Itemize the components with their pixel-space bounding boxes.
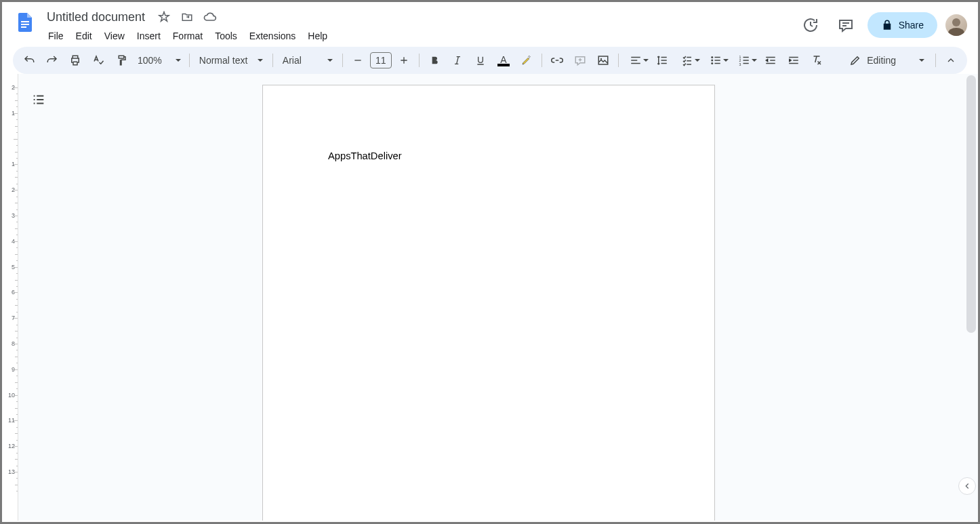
chevron-down-icon [723,59,729,62]
menu-help[interactable]: Help [302,28,333,44]
svg-rect-0 [21,21,29,22]
zoom-value: 100% [138,55,162,66]
lock-icon [881,19,893,31]
text-color-button[interactable]: A [493,49,514,71]
bold-button[interactable] [424,49,445,71]
style-value: Normal text [199,55,248,66]
menu-extensions[interactable]: Extensions [244,28,301,44]
checklist-button[interactable] [674,49,701,71]
svg-point-4 [711,56,713,58]
bulleted-list-button[interactable] [703,49,730,71]
increase-indent-button[interactable] [783,49,804,71]
redo-button[interactable] [41,49,63,71]
line-spacing-button[interactable] [651,49,673,71]
vertical-ruler[interactable]: 2112345678910111213 [2,74,18,521]
document-outline-button[interactable] [26,87,51,112]
font-size-input[interactable] [370,52,392,68]
document-page[interactable]: AppsThatDeliver [262,85,715,521]
collapse-toolbar-button[interactable] [940,49,962,71]
svg-point-5 [711,60,713,62]
paragraph-style-select[interactable]: Normal text [194,49,268,71]
mode-label: Editing [867,55,896,66]
insert-image-button[interactable] [592,49,614,71]
chevron-down-icon [258,59,263,62]
clear-formatting-button[interactable] [806,49,828,71]
align-button[interactable] [623,49,650,71]
svg-text:3: 3 [739,62,741,66]
menu-insert[interactable]: Insert [131,28,166,44]
insert-link-button[interactable] [546,49,568,71]
menubar: File Edit View Insert Format Tools Exten… [43,26,792,47]
chevron-down-icon [643,59,649,62]
paint-format-button[interactable] [110,49,132,71]
font-value: Arial [283,55,302,66]
menu-view[interactable]: View [99,28,130,44]
chevron-down-icon [919,59,924,62]
add-comment-button[interactable] [569,49,591,71]
move-folder-icon[interactable] [179,9,195,25]
numbered-list-button[interactable]: 123 [731,49,758,71]
font-family-select[interactable]: Arial [277,49,338,71]
pencil-icon [849,54,861,66]
side-panel-toggle[interactable] [958,477,976,495]
highlight-color-button[interactable] [516,49,537,71]
docs-logo[interactable] [13,10,37,35]
svg-point-6 [711,62,713,64]
menu-file[interactable]: File [43,28,69,44]
svg-point-3 [600,58,602,60]
editing-mode-select[interactable]: Editing [842,49,931,71]
decrease-font-size-button[interactable] [347,49,369,71]
cloud-status-icon[interactable] [202,9,218,25]
document-text: AppsThatDeliver [328,150,402,161]
svg-rect-1 [21,24,29,25]
share-label: Share [899,20,924,31]
chevron-down-icon [327,59,333,62]
canvas-area[interactable]: AppsThatDeliver [18,74,978,521]
comments-icon[interactable] [832,12,859,39]
italic-button[interactable] [447,49,468,71]
user-avatar[interactable] [945,14,967,36]
menu-tools[interactable]: Tools [209,28,243,44]
chevron-down-icon [695,59,700,62]
document-title[interactable]: Untitled document [43,9,149,26]
menu-format[interactable]: Format [167,28,208,44]
star-icon[interactable] [156,9,172,25]
underline-button[interactable] [470,49,491,71]
zoom-select[interactable]: 100% [134,49,185,71]
vertical-scrollbar[interactable] [966,75,976,333]
chevron-down-icon [752,59,757,62]
svg-rect-2 [21,26,26,28]
menu-edit[interactable]: Edit [70,28,98,44]
toolbar: 100% Normal text Arial A 123 Editin [13,47,967,74]
undo-button[interactable] [18,49,40,71]
decrease-indent-button[interactable] [760,49,781,71]
increase-font-size-button[interactable] [393,49,415,71]
share-button[interactable]: Share [867,12,937,38]
spellcheck-button[interactable] [87,49,109,71]
history-icon[interactable] [797,12,824,39]
chevron-down-icon [176,59,181,62]
print-button[interactable] [64,49,86,71]
